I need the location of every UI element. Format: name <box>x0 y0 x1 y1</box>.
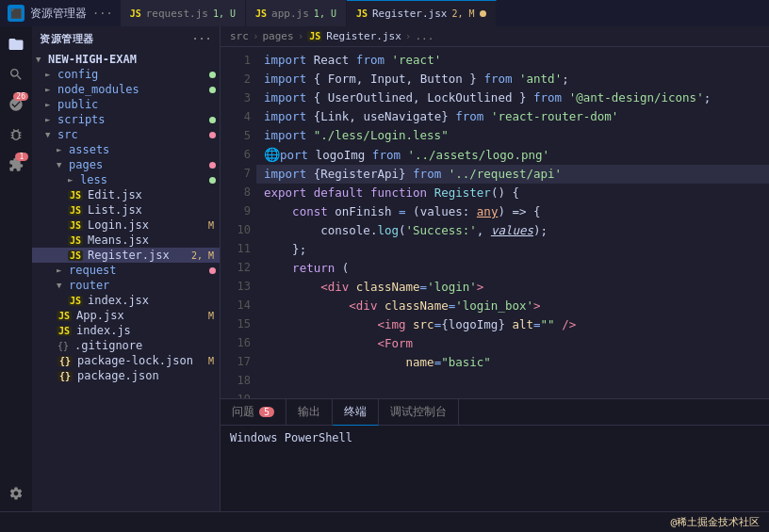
chevron-request: ► <box>57 266 66 275</box>
activity-extensions[interactable]: 1 <box>2 151 30 179</box>
activity-settings[interactable] <box>2 479 30 508</box>
tree-item-node-modules[interactable]: ► node_modules <box>32 82 220 97</box>
js-icon-edit: JS <box>68 190 83 201</box>
code-line-11: const onFinish = (values: any) => { <box>256 202 769 221</box>
activity-git[interactable]: 26 <box>2 90 30 119</box>
code-line-4: import {Link, useNavigate} from 'react-r… <box>256 107 769 126</box>
activity-debug[interactable] <box>2 121 30 149</box>
activity-search[interactable] <box>2 60 30 89</box>
tree-item-router-index[interactable]: JS index.jsx <box>32 293 220 308</box>
sidebar-more-icon[interactable]: ··· <box>192 33 212 45</box>
code-line-5: import "./less/Login.less" <box>256 126 769 145</box>
tree-item-pages[interactable]: ▼ pages <box>32 157 220 172</box>
label-list: List.jsx <box>88 203 220 217</box>
tree-project-root[interactable]: ▼ NEW-HIGH-EXAM <box>32 52 220 67</box>
activity-bar: 26 1 <box>0 26 32 511</box>
label-config: config <box>57 68 206 81</box>
tab-app[interactable]: JS app.js 1, U <box>246 0 347 26</box>
dot-request <box>209 267 216 274</box>
chevron-src: ▼ <box>45 130 55 139</box>
tree-item-package[interactable]: {} package.json <box>32 368 220 383</box>
settings-icon <box>8 486 24 501</box>
tree-item-means[interactable]: JS Means.jsx <box>32 233 220 248</box>
tab-request[interactable]: JS request.js 1, U <box>121 0 246 26</box>
badge-login: M <box>208 220 214 231</box>
dot-scripts <box>209 117 216 123</box>
tree-item-list[interactable]: JS List.jsx <box>32 202 220 218</box>
label-index: index.js <box>76 324 220 337</box>
tree-item-router[interactable]: ▼ router <box>32 278 220 293</box>
tab-app-label: app.js <box>271 8 309 20</box>
panel-tab-output[interactable]: 输出 <box>286 399 333 426</box>
gitignore-icon: {} <box>57 341 69 351</box>
tab-request-icon: JS <box>130 8 141 19</box>
tree-item-register[interactable]: JS Register.jsx 2, M <box>32 248 220 263</box>
chevron-assets: ► <box>57 145 66 154</box>
badge-register: 2, M <box>191 250 214 261</box>
label-scripts: scripts <box>57 113 206 126</box>
tree-item-app[interactable]: JS App.jsx M <box>32 308 220 323</box>
tree-item-login[interactable]: JS Login.jsx M <box>32 218 220 233</box>
tree-item-edit[interactable]: JS Edit.jsx <box>32 187 220 202</box>
code-editor[interactable]: import React from 'react' import { Form,… <box>256 47 769 398</box>
tree-item-request[interactable]: ► request <box>32 263 220 278</box>
tree-item-gitignore[interactable]: {} .gitignore <box>32 338 220 353</box>
git-badge: 26 <box>13 92 28 101</box>
label-register: Register.jsx <box>88 249 188 262</box>
label-public: public <box>57 98 220 111</box>
activity-explorer[interactable] <box>2 30 30 58</box>
label-package-lock: package-lock.json <box>77 354 205 367</box>
json-icon-package: {} <box>57 371 73 381</box>
dot-config <box>209 72 216 78</box>
dot-pages <box>209 162 216 169</box>
panel-tab-debug[interactable]: 调试控制台 <box>379 399 459 426</box>
tree-item-index[interactable]: JS index.js <box>32 323 220 338</box>
label-edit: Edit.jsx <box>88 188 220 202</box>
tree-item-less[interactable]: ► less <box>32 172 220 187</box>
label-request: request <box>69 264 206 277</box>
code-line-19: <img src={logoImg} alt="" /> <box>256 315 769 334</box>
code-line-17: <div className='login'> <box>256 278 769 297</box>
panel-debug-label: 调试控制台 <box>390 404 447 420</box>
title-bar: ⬛ 资源管理器 ··· JS request.js 1, U JS app.js… <box>0 0 769 26</box>
label-gitignore: .gitignore <box>74 339 220 352</box>
tab-register-label: Register.jsx <box>372 8 447 20</box>
badge-package-lock: M <box>208 356 214 366</box>
sidebar-title: 资源管理器 <box>40 32 94 46</box>
breadcrumb-sep1: › <box>253 30 259 42</box>
files-icon <box>8 36 25 53</box>
panel-tab-problems[interactable]: 问题 5 <box>221 399 286 426</box>
label-assets: assets <box>69 143 220 156</box>
breadcrumb-file: Register.jsx <box>326 30 401 42</box>
js-icon-router-index: JS <box>68 296 83 306</box>
tab-request-label: request.js <box>146 8 208 20</box>
label-login: Login.jsx <box>88 218 205 232</box>
tree-item-package-lock[interactable]: {} package-lock.json M <box>32 353 220 368</box>
dot-less <box>209 177 216 184</box>
tree-item-config[interactable]: ► config <box>32 67 220 82</box>
tab-register-dot <box>480 10 486 17</box>
code-line-16: return ( <box>256 259 769 278</box>
panel-output-label: 输出 <box>298 404 320 420</box>
breadcrumb: src › pages › JS Register.jsx › ... <box>221 26 769 47</box>
panel-terminal-label: 终端 <box>344 404 367 420</box>
label-node-modules: node_modules <box>57 83 206 96</box>
panel-tab-terminal[interactable]: 终端 <box>333 399 379 426</box>
tree-item-public[interactable]: ► public <box>32 97 220 112</box>
sidebar-header: 资源管理器 ··· <box>32 26 220 52</box>
panel-content: Windows PowerShell <box>221 426 769 511</box>
js-icon-means: JS <box>68 235 83 246</box>
title-bar-left: ⬛ 资源管理器 ··· <box>8 5 113 22</box>
tree-item-scripts[interactable]: ► scripts <box>32 112 220 127</box>
tree-item-assets[interactable]: ► assets <box>32 142 220 157</box>
label-router-index: index.jsx <box>88 294 220 307</box>
js-icon-login: JS <box>68 220 83 231</box>
code-line-18: <div className='login_box'> <box>256 297 769 315</box>
tab-register[interactable]: JS Register.jsx 2, M <box>347 0 497 26</box>
label-pages: pages <box>69 158 206 171</box>
tree-item-src[interactable]: ▼ src <box>32 127 220 142</box>
code-line-6: 🌐port logoImg from '../assets/logo.png' <box>256 145 769 165</box>
sidebar: 资源管理器 ··· ▼ NEW-HIGH-EXAM ► config ► nod… <box>32 26 221 511</box>
dot-src <box>209 132 216 138</box>
chevron-public: ► <box>45 100 55 109</box>
